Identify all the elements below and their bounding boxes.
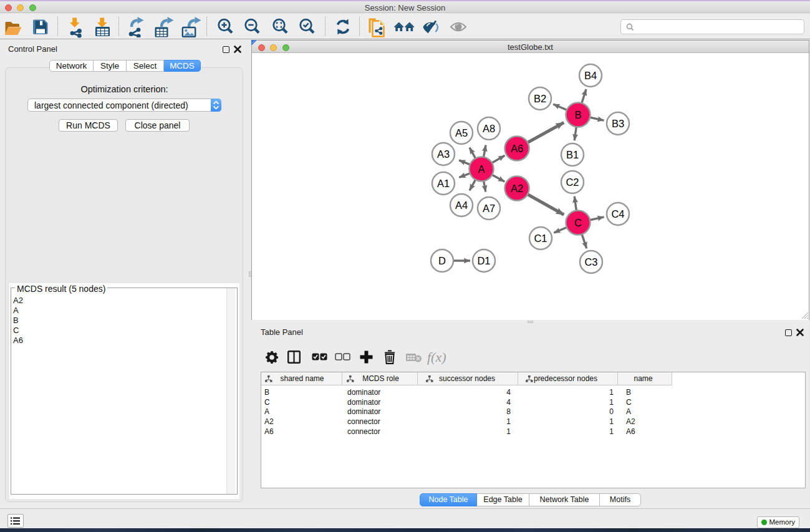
svg-text:B2: B2 [534,93,546,104]
svg-text:A1: A1 [437,178,450,189]
svg-text:C: C [574,217,582,228]
svg-text:A7: A7 [483,203,495,214]
svg-text:C2: C2 [566,177,579,188]
svg-text:B: B [574,109,581,120]
svg-text:A8: A8 [483,123,495,134]
svg-text:D: D [438,255,446,266]
svg-text:A4: A4 [455,200,468,211]
svg-text:B3: B3 [612,118,624,129]
svg-text:A6: A6 [511,143,523,154]
svg-text:A2: A2 [511,183,523,194]
svg-text:A3: A3 [437,148,450,160]
svg-text:C4: C4 [611,208,624,220]
svg-text:D1: D1 [477,255,490,266]
svg-text:B4: B4 [584,70,597,81]
svg-text:C1: C1 [534,233,547,244]
svg-text:A: A [478,163,485,175]
svg-text:C3: C3 [584,256,597,268]
svg-text:A5: A5 [455,127,468,138]
svg-text:B1: B1 [566,149,579,160]
